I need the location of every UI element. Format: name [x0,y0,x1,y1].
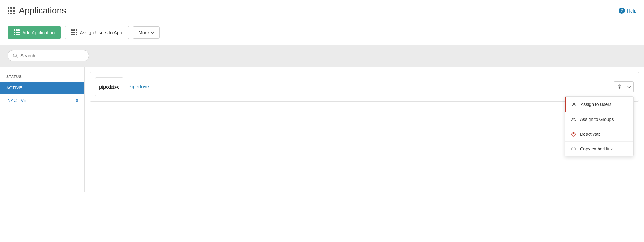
power-icon [571,131,576,137]
deactivate-menu-label: Deactivate [580,132,601,137]
sidebar-item-active[interactable]: ACTIVE 1 [0,82,84,94]
gear-icon [617,84,622,89]
assign-users-label: Assign Users to App [80,30,122,35]
gear-button[interactable] [614,81,625,92]
apps-grid-icon[interactable] [8,7,15,14]
svg-point-5 [574,118,575,119]
toolbar: Add Application Assign Users to App More [0,20,644,45]
more-label: More [139,30,149,35]
add-app-grid-icon [14,29,20,35]
sidebar-section-label: STATUS [0,72,84,82]
search-input-wrap[interactable] [8,50,89,61]
chevron-down-icon [150,30,154,34]
assign-users-to-app-button[interactable]: Assign Users to App [65,26,129,39]
app-name-pipedrive[interactable]: Pipedrive [128,84,149,90]
dropdown-menu: Assign to Users Assi [565,96,634,156]
pipedrive-logo-text: pipedrive [99,84,119,90]
search-icon [13,53,18,58]
app-logo-pipedrive: pipedrive [95,77,123,96]
assign-groups-menu-label: Assign to Groups [580,117,614,122]
main-content: STATUS ACTIVE 1 INACTIVE 0 pipedrive Pip… [0,45,644,192]
add-application-label: Add Application [22,30,55,35]
help-circle-icon: ? [619,8,625,14]
group-icon [571,117,576,122]
dropdown-item-assign-groups[interactable]: Assign to Groups [565,112,633,127]
user-icon [571,102,577,107]
svg-point-2 [619,86,620,88]
sidebar: STATUS ACTIVE 1 INACTIVE 0 [0,67,85,192]
content-area: STATUS ACTIVE 1 INACTIVE 0 pipedrive Pip… [0,67,644,192]
more-button[interactable]: More [133,26,160,39]
add-application-button[interactable]: Add Application [8,26,61,39]
sidebar-active-label: ACTIVE [6,85,22,90]
svg-point-4 [572,118,574,119]
search-input[interactable] [20,53,84,58]
sidebar-inactive-label: INACTIVE [6,98,27,103]
copy-embed-menu-label: Copy embed link [580,146,613,151]
app-card-pipedrive: pipedrive Pipedrive [90,72,639,102]
search-bar [0,45,644,67]
help-link[interactable]: ? Help [619,8,636,14]
dropdown-item-copy-embed[interactable]: Copy embed link [565,142,633,156]
dropdown-item-assign-users[interactable]: Assign to Users [565,97,633,112]
sidebar-active-count: 1 [76,86,78,90]
sidebar-inactive-count: 0 [76,98,78,103]
svg-point-3 [573,103,575,104]
help-label: Help [627,8,636,13]
header-left: Applications [8,6,66,16]
code-icon [571,146,576,152]
page-header: Applications ? Help [0,0,644,20]
dropdown-item-deactivate[interactable]: Deactivate [565,127,633,142]
dropdown-chevron-icon [627,85,631,88]
assign-grid-icon [71,29,77,35]
dropdown-arrow-button[interactable] [625,81,634,92]
page-title: Applications [19,6,66,16]
assign-users-menu-label: Assign to Users [581,102,611,107]
app-list: pipedrive Pipedrive [85,67,644,192]
svg-line-1 [16,56,18,58]
sidebar-item-inactive[interactable]: INACTIVE 0 [0,94,84,107]
app-card-actions: Assign to Users Assi [614,81,634,92]
